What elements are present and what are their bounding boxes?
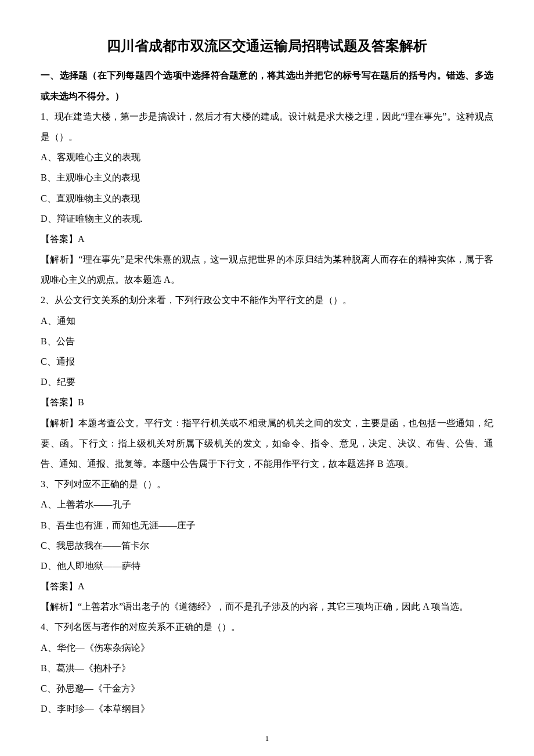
q4-option-c: C、孙思邈—《千金方》 bbox=[41, 678, 493, 699]
page-content: 四川省成都市双流区交通运输局招聘试题及答案解析 一、选择题（在下列每题四个选项中… bbox=[0, 0, 534, 756]
q2-option-c: C、通报 bbox=[41, 351, 493, 372]
q1-answer: 【答案】A bbox=[41, 229, 493, 249]
q4-stem: 4、下列名医与著作的对应关系不正确的是（）。 bbox=[41, 617, 493, 637]
q3-stem: 3、下列对应不正确的是（）。 bbox=[41, 474, 493, 494]
q2-answer: 【答案】B bbox=[41, 392, 493, 412]
q2-option-d: D、纪要 bbox=[41, 372, 493, 392]
q1-option-b: B、主观唯心主义的表现 bbox=[41, 167, 493, 188]
section-heading: 一、选择题（在下列每题四个选项中选择符合题意的，将其选出并把它的标号写在题后的括… bbox=[41, 65, 493, 106]
q2-option-a: A、通知 bbox=[41, 311, 493, 331]
q1-option-c: C、直观唯物主义的表现 bbox=[41, 188, 493, 208]
q2-stem: 2、从公文行文关系的划分来看，下列行政公文中不能作为平行文的是（）。 bbox=[41, 290, 493, 310]
q2-option-b: B、公告 bbox=[41, 331, 493, 351]
q1-stem: 1、现在建造大楼，第一步是搞设计，然后才有大楼的建成。设计就是求大楼之理，因此“… bbox=[41, 106, 493, 147]
q3-option-b: B、吾生也有涯，而知也无涯——庄子 bbox=[41, 515, 493, 535]
q1-option-d: D、辩证唯物主义的表现. bbox=[41, 208, 493, 229]
page-title: 四川省成都市双流区交通运输局招聘试题及答案解析 bbox=[41, 35, 493, 57]
q3-option-a: A、上善若水——孔子 bbox=[41, 494, 493, 514]
q3-option-d: D、他人即地狱——萨特 bbox=[41, 556, 493, 576]
q3-answer: 【答案】A bbox=[41, 576, 493, 596]
q1-explanation: 【解析】“理在事先”是宋代朱熹的观点，这一观点把世界的本原归结为某种脱离人而存在… bbox=[41, 249, 493, 290]
q2-explanation: 【解析】本题考查公文。平行文：指平行机关或不相隶属的机关之间的发文，主要是函，也… bbox=[41, 413, 493, 474]
q3-option-c: C、我思故我在——笛卡尔 bbox=[41, 535, 493, 556]
q4-option-b: B、葛洪—《抱朴子》 bbox=[41, 658, 493, 678]
section-heading-text: 一、选择题（在下列每题四个选项中选择符合题意的，将其选出并把它的标号写在题后的括… bbox=[41, 70, 493, 100]
q3-explanation: 【解析】“上善若水”语出老子的《道德经》，而不是孔子涉及的内容，其它三项均正确，… bbox=[41, 596, 493, 617]
q4-option-d: D、李时珍—《本草纲目》 bbox=[41, 699, 493, 719]
q4-option-a: A、华佗—《伤寒杂病论》 bbox=[41, 638, 493, 658]
page-number: 1 bbox=[41, 730, 493, 747]
q1-option-a: A、客观唯心主义的表现 bbox=[41, 147, 493, 167]
